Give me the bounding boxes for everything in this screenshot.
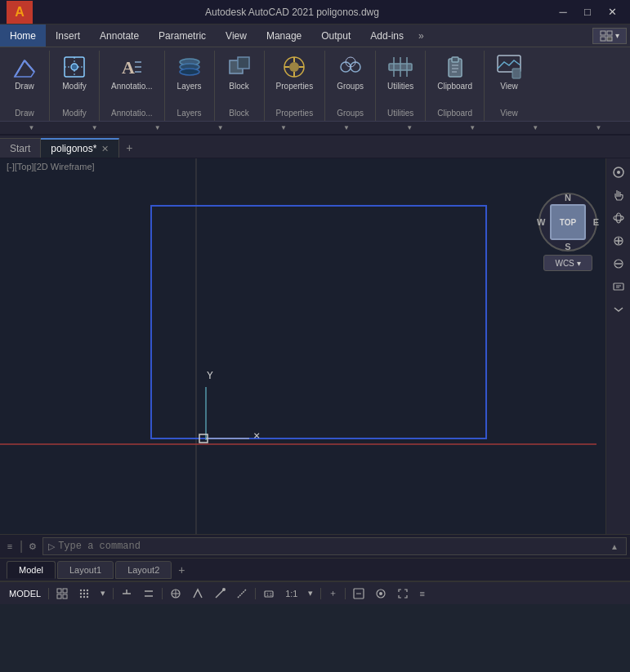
svg-rect-65: [63, 594, 67, 599]
menu-item-output[interactable]: Output: [311, 24, 360, 47]
status-plus[interactable]: ＋: [324, 585, 342, 603]
block-button[interactable]: Block: [221, 51, 257, 95]
svg-rect-59: [614, 283, 623, 290]
status-snap-settings[interactable]: [139, 585, 159, 603]
layers-button[interactable]: Layers: [172, 51, 208, 95]
status-linewt[interactable]: 1:1: [281, 585, 302, 603]
properties-label: Properties: [276, 82, 314, 91]
status-dyn-input[interactable]: 1:1: [259, 585, 279, 603]
status-grid-dropdown[interactable]: ▾: [96, 585, 109, 603]
status-bar: MODEL ▾ 1:1 1:1 ▾ ＋: [0, 581, 630, 604]
annotate-button[interactable]: A Annotatio...: [106, 51, 158, 95]
doc-tab-close[interactable]: ✕: [101, 144, 109, 154]
nav-cube-top[interactable]: TOP: [550, 204, 586, 240]
clipboard-group-label: Clipboard: [426, 107, 484, 119]
rt-showmotion[interactable]: [608, 276, 629, 297]
status-grid-snap[interactable]: [52, 585, 72, 603]
svg-point-10: [71, 64, 78, 70]
close-button[interactable]: ✕: [601, 4, 623, 20]
title-bar: A Autodesk AutoCAD 2021 poligonos.dwg ─ …: [0, 0, 630, 24]
status-model-label[interactable]: MODEL: [5, 585, 45, 603]
view-button[interactable]: View: [491, 51, 527, 95]
svg-point-52: [614, 216, 623, 220]
svg-point-74: [87, 595, 88, 597]
expand-properties[interactable]: ▼: [318, 122, 375, 134]
status-itrack[interactable]: [232, 585, 252, 603]
draw-button[interactable]: Draw: [7, 51, 42, 95]
rt-orbit[interactable]: [608, 207, 629, 229]
modify-button[interactable]: Modify: [56, 51, 92, 95]
status-ortho[interactable]: [166, 585, 185, 603]
status-linewt-dropdown[interactable]: ▾: [304, 585, 317, 603]
utilities-button[interactable]: Utilities: [382, 51, 418, 95]
cmd-expand-icon[interactable]: ▲: [608, 540, 621, 553]
layout-tab-model[interactable]: Model: [7, 561, 56, 579]
status-polar[interactable]: [188, 585, 208, 603]
properties-button[interactable]: Properties: [271, 51, 319, 95]
status-viewport-scale[interactable]: [349, 585, 369, 603]
expand-block[interactable]: ▼: [255, 122, 312, 134]
app-logo: A: [7, 1, 33, 24]
ribbon-groups: Draw Draw Modify: [0, 47, 630, 121]
block-label: Block: [229, 82, 248, 91]
menu-item-view[interactable]: View: [216, 24, 257, 47]
svg-point-53: [616, 213, 621, 223]
expand-utilities[interactable]: ▼: [444, 122, 501, 134]
view-label: View: [500, 82, 518, 91]
expand-annotate[interactable]: ▼: [129, 122, 186, 134]
workspace-button[interactable]: ▾: [592, 28, 627, 44]
layout-add-tab[interactable]: +: [173, 562, 190, 578]
viewport[interactable]: Y × [-][Top][2D Wireframe] N S E W TOP W…: [0, 158, 630, 534]
status-snap-perp[interactable]: [117, 585, 136, 603]
menu-item-annotate[interactable]: Annotate: [90, 24, 149, 47]
rt-zoom[interactable]: [608, 230, 629, 251]
expand-clipboard[interactable]: ▼: [507, 122, 564, 134]
layout-tab-layout1[interactable]: Layout1: [57, 561, 114, 579]
expand-layers[interactable]: ▼: [192, 122, 249, 134]
doc-tab-new[interactable]: +: [119, 138, 139, 158]
status-isolate[interactable]: [371, 585, 391, 603]
rt-pan-realtime[interactable]: [608, 162, 629, 183]
rt-zoom-out[interactable]: [608, 253, 629, 274]
rt-expand[interactable]: [608, 299, 629, 320]
status-isnap[interactable]: [210, 585, 230, 603]
status-sep-1: [48, 588, 49, 599]
status-grid-dots[interactable]: [74, 585, 94, 603]
ribbon: Draw Draw Modify: [0, 47, 630, 136]
groups-button[interactable]: Groups: [332, 51, 369, 95]
menu-overflow[interactable]: »: [413, 24, 429, 47]
svg-rect-2: [601, 37, 605, 41]
clipboard-label: Clipboard: [437, 82, 472, 91]
cmd-prompt-icon: ▷: [48, 541, 55, 552]
svg-rect-63: [63, 589, 67, 593]
expand-groups[interactable]: ▼: [381, 122, 438, 134]
expand-draw[interactable]: ▼: [3, 122, 60, 134]
rt-hand[interactable]: [608, 185, 629, 206]
menu-item-insert[interactable]: Insert: [46, 24, 90, 47]
doc-tab-poligonos[interactable]: poligonos* ✕: [41, 138, 119, 158]
status-custmenu[interactable]: ≡: [415, 585, 428, 603]
wcs-button[interactable]: WCS ▾: [543, 255, 592, 271]
cmd-settings-icon[interactable]: ⚙: [26, 540, 39, 553]
ribbon-group-properties: Properties Properties: [265, 51, 326, 121]
status-fullscreen[interactable]: [393, 585, 413, 603]
maximize-button[interactable]: □: [576, 4, 599, 20]
svg-rect-3: [607, 37, 612, 41]
expand-view[interactable]: ▼: [570, 122, 627, 134]
expand-modify[interactable]: ▼: [66, 122, 123, 134]
clipboard-button[interactable]: Clipboard: [432, 51, 477, 95]
menu-item-parametric[interactable]: Parametric: [149, 24, 216, 47]
compass-south: S: [565, 242, 570, 251]
cmd-input[interactable]: [58, 541, 605, 552]
utilities-group-label: Utilities: [376, 107, 425, 119]
viewport-label: [-][Top][2D Wireframe]: [7, 162, 95, 171]
doc-tab-start[interactable]: Start: [0, 138, 41, 158]
groups-group-label: Groups: [325, 107, 375, 119]
minimize-button[interactable]: ─: [552, 4, 574, 20]
menu-item-addins[interactable]: Add-ins: [360, 24, 413, 47]
svg-point-89: [379, 592, 382, 595]
menu-item-manage[interactable]: Manage: [257, 24, 311, 47]
cmd-collapse-icon[interactable]: ≡: [3, 540, 16, 553]
menu-item-home[interactable]: Home: [0, 24, 46, 47]
layout-tab-layout2[interactable]: Layout2: [115, 561, 172, 579]
